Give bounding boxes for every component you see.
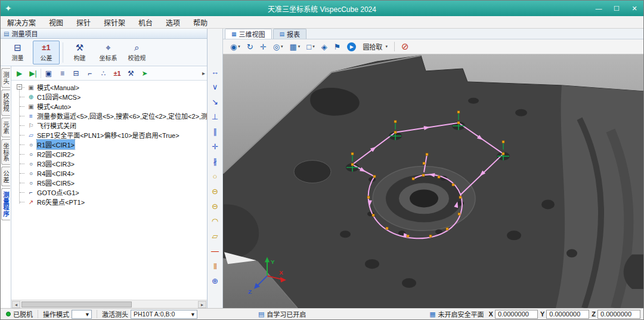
y-label: Y: [540, 310, 544, 318]
tab-probe[interactable]: 测头: [1, 68, 10, 88]
tree-item-mode-auto[interactable]: ▣ 模式<Auto>: [15, 101, 207, 111]
run-view-play-icon[interactable]: ▶: [347, 42, 356, 51]
toolbar-scroll-right-icon[interactable]: ▸: [202, 70, 205, 76]
view-cube-icon[interactable]: ▦ ▾: [290, 42, 301, 51]
active-probe-select[interactable]: PH10T A:0,B:0 ▾: [131, 310, 197, 319]
angle-icon[interactable]: ∨: [210, 82, 221, 92]
ribbon-measure-button[interactable]: ⊟ 测量: [4, 41, 31, 64]
menu-machine[interactable]: 机台: [132, 17, 159, 27]
step-run-icon[interactable]: ▶|: [27, 67, 39, 79]
titlebar: ✦ 天准三坐标系统 VispecCube 2024 — ☐ ✕: [1, 1, 643, 16]
render-mode-icon[interactable]: ◎ ▾: [273, 42, 283, 51]
ribbon-coordinate-button[interactable]: ⌖ 坐标系: [95, 41, 122, 64]
tree-item-safety-plane[interactable]: ▱ SEP1安全平面<PLN1>偏移<10>是否启用<True>: [15, 130, 207, 140]
perpendicularity-icon[interactable]: ⊥: [210, 112, 221, 122]
distance-x-icon[interactable]: ↔: [210, 67, 221, 77]
circle-pick-dropdown[interactable]: 圆拾取 ▾: [363, 42, 388, 51]
menu-help[interactable]: 帮助: [187, 17, 214, 27]
flag-icon[interactable]: ⚑: [334, 42, 341, 51]
plane-feature-icon[interactable]: ▱: [210, 231, 221, 241]
visibility-glyph: ◉: [230, 42, 237, 51]
slot-feature-icon[interactable]: ⊖: [210, 186, 221, 196]
ribbon-construct-label: 构建: [74, 53, 86, 62]
dropdown-caret-icon: ▾: [312, 44, 315, 49]
menubar: 解决方案 视图 探针 探针架 机台 选项 帮助: [1, 16, 643, 29]
tab-elements[interactable]: 元素: [1, 118, 10, 137]
ribbon-tolerance-button[interactable]: ±1 公差: [33, 41, 60, 64]
maximize-button[interactable]: ☐: [608, 1, 626, 16]
sphere-feature-icon[interactable]: ⊕: [210, 276, 221, 286]
safety-plane-status: ▦ 未开启安全平面: [427, 309, 486, 319]
line-feature-icon[interactable]: —: [210, 246, 221, 256]
ribbon-gauge-button[interactable]: ⌕ 校验规: [123, 41, 150, 64]
tab-tolerance[interactable]: 公差: [1, 167, 10, 186]
minimize-button[interactable]: —: [590, 1, 608, 16]
menu-solution[interactable]: 解决方案: [1, 17, 42, 27]
diagonal-measure-icon[interactable]: ↘: [210, 97, 221, 107]
tolerance-tool-icon[interactable]: ±1: [111, 67, 123, 79]
tab-3d-view[interactable]: ▦ 三维视图: [225, 29, 272, 39]
tab-measure-program[interactable]: 测量程序: [1, 188, 10, 220]
tab-gauge[interactable]: 校验规: [1, 90, 10, 116]
scroll-right-arrow-icon[interactable]: ▸: [198, 301, 206, 308]
position-icon[interactable]: ✛: [210, 141, 221, 152]
mode-icon: ▣: [27, 84, 35, 91]
clearance-warning-icon[interactable]: ⊘: [401, 41, 409, 52]
tab-coordinate[interactable]: 坐标系: [1, 139, 10, 165]
more-options-icon[interactable]: ∴: [97, 67, 110, 79]
tree-item-r3-circle[interactable]: ○ R3圆<CIR3>: [15, 159, 207, 168]
safety-plane-icon: ▱: [27, 132, 35, 139]
tree-horizontal-scrollbar[interactable]: ◂ ▸: [11, 300, 207, 308]
box-select-icon[interactable]: □ ▾: [306, 42, 314, 51]
menu-view[interactable]: 视图: [42, 17, 70, 27]
tree-item-r4-circle[interactable]: ○ R4圆<CIR4>: [15, 168, 207, 178]
tree-item-r1-circle[interactable]: ○ R1圆<CIR1>: [15, 140, 207, 149]
scroll-left-arrow-icon[interactable]: ◂: [12, 301, 20, 308]
operation-mode-select[interactable]: ▾: [72, 310, 92, 319]
slash-angle-icon[interactable]: ∦: [210, 156, 221, 167]
self-learning-icon: ▤: [258, 310, 264, 318]
pan-move-icon[interactable]: ✛: [260, 42, 267, 51]
view-cube-glyph: ▦: [290, 42, 297, 51]
rotate-view-icon[interactable]: ↻: [247, 42, 253, 51]
cylinder-feature-icon[interactable]: |||: [210, 261, 221, 271]
ribbon-tolerance-label: 公差: [41, 53, 52, 62]
tree-item-flight-mode[interactable]: ⚐ 飞行模式关闭: [15, 121, 207, 130]
tab-report[interactable]: ▤ 报表: [273, 29, 307, 39]
path-icon[interactable]: ⌐: [83, 67, 96, 79]
parallelism-icon[interactable]: ∥: [210, 127, 221, 137]
construct-tool-icon[interactable]: ⚒: [125, 67, 137, 79]
circle-feature-icon[interactable]: ○: [210, 171, 221, 181]
menu-probe[interactable]: 探针: [70, 17, 97, 27]
tree-item-r6-vector-point[interactable]: ↗ R6矢量点<PT1>: [15, 197, 207, 207]
tree-item-r2-circle[interactable]: ○ R2圆<CIR2>: [15, 149, 207, 159]
tree-expander[interactable]: −: [17, 84, 22, 90]
tree-item-label: 模式<Manual>: [37, 82, 79, 92]
program-tree: − ▣ 模式<Manual> ⊕ C1回调<MCS> ▣ 模式<Auto>: [11, 81, 207, 300]
tree-item-mode-manual[interactable]: − ▣ 模式<Manual>: [15, 82, 207, 92]
annotation-tag-icon[interactable]: ◈: [321, 42, 327, 51]
tree-item-measure-params[interactable]: ≡ 测量参数逼近<5>,回退<5>,搜索<6>,定位<2>,定位加<2>,测量.…: [15, 111, 207, 121]
menu-probe-rack[interactable]: 探针架: [97, 17, 132, 27]
tree-item-goto-point[interactable]: ⌐ GOTO点<G1>: [15, 187, 207, 197]
panel-header: ▤ 测量项目: [1, 29, 207, 39]
navigate-icon[interactable]: ➤: [138, 67, 151, 79]
scrollbar-thumb[interactable]: [21, 301, 132, 307]
menu-options[interactable]: 选项: [159, 17, 187, 27]
visibility-eye-icon[interactable]: ◉ ▾: [230, 42, 240, 51]
ribbon-construct-button[interactable]: ⚒ 构建: [66, 41, 93, 64]
measure-tool-icon[interactable]: ⊟: [70, 67, 82, 79]
dropdown-caret-icon: ▾: [281, 44, 283, 49]
arc-feature-icon[interactable]: ◠: [210, 216, 221, 226]
tree-item-label: R6矢量点<PT1>: [37, 197, 85, 207]
3d-viewport[interactable]: Y X Z: [223, 54, 643, 308]
tree-item-c1-recall[interactable]: ⊕ C1回调<MCS>: [15, 92, 207, 101]
ellipse-feature-icon[interactable]: ⊖: [210, 201, 221, 211]
tree-item-r5-circle[interactable]: ○ R5圆<CIR5>: [15, 178, 207, 187]
close-button[interactable]: ✕: [626, 1, 643, 16]
run-program-icon[interactable]: ▶: [13, 67, 26, 79]
window-title: 天准三坐标系统 VispecCube 2024: [268, 4, 376, 14]
dropdown-caret-icon: ▾: [238, 44, 240, 49]
filter-icon[interactable]: ≡: [56, 67, 69, 79]
snapshot-icon[interactable]: ▣: [42, 67, 55, 79]
